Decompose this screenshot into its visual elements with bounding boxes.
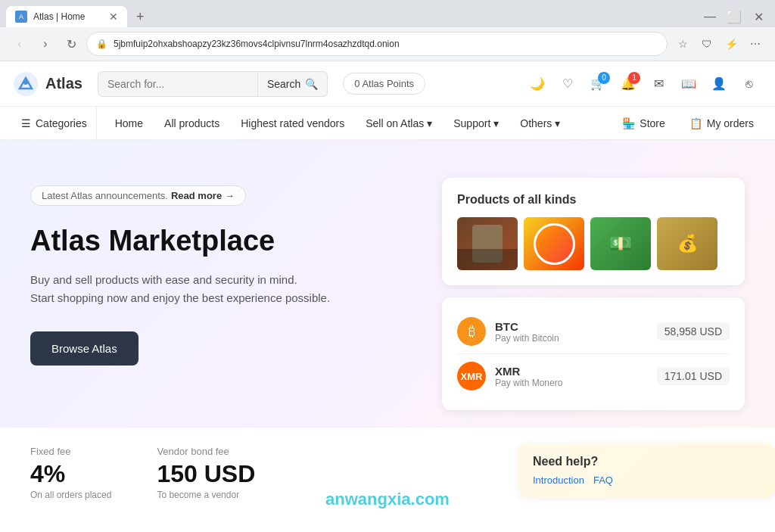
- xmr-icon: XMR: [457, 362, 486, 390]
- browse-atlas-button[interactable]: Browse Atlas: [30, 331, 139, 366]
- atlas-points-button[interactable]: 0 Atlas Points: [343, 73, 425, 95]
- nav-highest-rated[interactable]: Highest rated vendors: [232, 107, 353, 140]
- store-icon: 🏪: [622, 117, 635, 129]
- announcement-text: Latest Atlas announcements.: [42, 190, 168, 201]
- help-introduction-link[interactable]: Introduction: [533, 474, 584, 486]
- site-header: Atlas Search 🔍 0 Atlas Points 🌙 ♡ 🛒 0 🔔 …: [0, 61, 775, 107]
- product-image-1: [457, 217, 518, 270]
- fixed-fee-note: On all orders placed: [30, 490, 111, 500]
- cart-button[interactable]: 🛒 0: [584, 70, 612, 98]
- cart-badge: 0: [598, 72, 610, 84]
- tab-title: Atlas | Home: [33, 11, 103, 22]
- new-tab-button[interactable]: +: [130, 9, 151, 25]
- nav-others[interactable]: Others ▾: [511, 107, 569, 140]
- atlas-points-label: 0 Atlas Points: [354, 78, 414, 89]
- address-bar[interactable]: 🔒 5jbmfuip2ohxabshoapzy23kz36movs4clpivn…: [86, 32, 668, 56]
- notifications-button[interactable]: 🔔 1: [615, 70, 642, 98]
- messages-button[interactable]: ✉: [645, 70, 672, 98]
- refresh-button[interactable]: ↻: [61, 33, 82, 54]
- product-image-3: 💵: [590, 217, 651, 270]
- window-close-button[interactable]: ✕: [748, 6, 769, 27]
- hero-title: Atlas Marketplace: [30, 224, 442, 259]
- header-icons: 🌙 ♡ 🛒 0 🔔 1 ✉ 📖 👤 ⎋: [524, 70, 763, 98]
- subtitle-line1: Buy and sell products with ease and secu…: [30, 273, 297, 286]
- nav-sell-label: Sell on Atlas: [366, 117, 424, 129]
- nav-home[interactable]: Home: [106, 107, 152, 140]
- search-input[interactable]: [98, 72, 257, 96]
- extension-button[interactable]: ⚡: [721, 33, 742, 54]
- product-image-4: 💰: [657, 217, 717, 270]
- tab-close-button[interactable]: ✕: [109, 11, 118, 23]
- product-images: 💵 💰: [457, 217, 730, 270]
- search-label: Search: [267, 78, 300, 90]
- nav-others-label: Others: [520, 117, 552, 129]
- help-faq-link[interactable]: FAQ: [593, 474, 613, 486]
- btc-row: ₿ BTC Pay with Bitcoin 58,958 USD: [457, 310, 730, 354]
- nav-highest-rated-label: Highest rated vendors: [241, 117, 344, 129]
- tab-favicon: A: [15, 11, 27, 23]
- nav-right: 🏪 Store 📋 My orders: [613, 107, 763, 140]
- support-dropdown-icon: ▾: [493, 117, 499, 129]
- window-minimize-button[interactable]: —: [699, 6, 721, 27]
- announcement-link[interactable]: Read more →: [171, 190, 235, 201]
- bookmark-button[interactable]: ☆: [672, 33, 693, 54]
- nav-sell-on-atlas[interactable]: Sell on Atlas ▾: [356, 107, 441, 140]
- browser-icons: ☆ 🛡 ⚡ ⋯: [672, 33, 766, 54]
- categories-menu[interactable]: ☰ Categories: [12, 107, 97, 140]
- xmr-row: XMR XMR Pay with Monero 171.01 USD: [457, 354, 730, 398]
- watermark: anwangxia.com: [325, 490, 450, 509]
- more-button[interactable]: ⋯: [745, 33, 766, 54]
- hero-left: Latest Atlas announcements. Read more → …: [30, 170, 442, 428]
- logo[interactable]: Atlas: [12, 70, 82, 98]
- hero-section: Latest Atlas announcements. Read more → …: [0, 140, 775, 428]
- logo-icon: [12, 70, 39, 98]
- page-content: Atlas Search 🔍 0 Atlas Points 🌙 ♡ 🛒 0 🔔 …: [0, 61, 775, 518]
- vendor-bond-label: Vendor bond fee: [157, 446, 255, 457]
- announcement-banner[interactable]: Latest Atlas announcements. Read more →: [30, 185, 246, 206]
- xmr-info: XMR Pay with Monero: [495, 365, 657, 388]
- back-button[interactable]: ‹: [9, 33, 30, 54]
- active-tab[interactable]: A Atlas | Home ✕: [6, 6, 127, 27]
- hero-subtitle: Buy and sell products with ease and secu…: [30, 271, 442, 307]
- wishlist-button[interactable]: ♡: [554, 70, 581, 98]
- search-bar: Search 🔍: [98, 71, 328, 97]
- logo-text: Atlas: [45, 75, 82, 92]
- btc-desc: Pay with Bitcoin: [495, 333, 657, 344]
- btc-icon: ₿: [457, 317, 486, 346]
- vendor-bond-stat: Vendor bond fee 150 USD To become a vend…: [157, 446, 255, 500]
- btc-price: 58,958 USD: [657, 322, 730, 341]
- browser-controls: ‹ › ↻ 🔒 5jbmfuip2ohxabshoapzy23kz36movs4…: [0, 27, 775, 61]
- shield-button[interactable]: 🛡: [696, 33, 717, 54]
- search-icon: 🔍: [305, 78, 318, 90]
- others-dropdown-icon: ▾: [555, 117, 560, 129]
- fixed-fee-value: 4%: [30, 460, 111, 488]
- help-card: Need help? Introduction FAQ: [518, 443, 775, 498]
- browser-chrome: A Atlas | Home ✕ + — ⬜ ✕ ‹ › ↻ 🔒 5jbmfui…: [0, 0, 775, 61]
- my-orders-button[interactable]: 📋 My orders: [680, 107, 763, 140]
- categories-label: Categories: [36, 117, 87, 129]
- btc-info: BTC Pay with Bitcoin: [495, 320, 657, 344]
- window-maximize-button[interactable]: ⬜: [724, 6, 745, 27]
- store-label: Store: [640, 117, 665, 129]
- logout-button[interactable]: ⎋: [736, 70, 763, 98]
- vendor-bond-note: To become a vendor: [157, 490, 255, 500]
- hero-right: Products of all kinds 💵: [442, 170, 745, 428]
- store-button[interactable]: 🏪 Store: [613, 107, 674, 140]
- svg-point-1: [23, 80, 28, 85]
- xmr-desc: Pay with Monero: [495, 378, 657, 388]
- nav-support[interactable]: Support ▾: [444, 107, 508, 140]
- products-card-title: Products of all kinds: [457, 193, 730, 207]
- xmr-name: XMR: [495, 365, 657, 378]
- theme-toggle-button[interactable]: 🌙: [524, 70, 551, 98]
- hamburger-icon: ☰: [21, 117, 31, 129]
- account-button[interactable]: 👤: [705, 70, 733, 98]
- btc-name: BTC: [495, 320, 657, 333]
- bookmarks-button[interactable]: 📖: [675, 70, 702, 98]
- help-links: Introduction FAQ: [533, 474, 760, 486]
- notifications-badge: 1: [628, 72, 640, 84]
- tab-bar: A Atlas | Home ✕ + — ⬜ ✕: [0, 0, 775, 27]
- forward-button[interactable]: ›: [35, 33, 56, 54]
- search-button[interactable]: Search 🔍: [257, 72, 327, 96]
- orders-icon: 📋: [689, 117, 702, 129]
- nav-all-products[interactable]: All products: [155, 107, 229, 140]
